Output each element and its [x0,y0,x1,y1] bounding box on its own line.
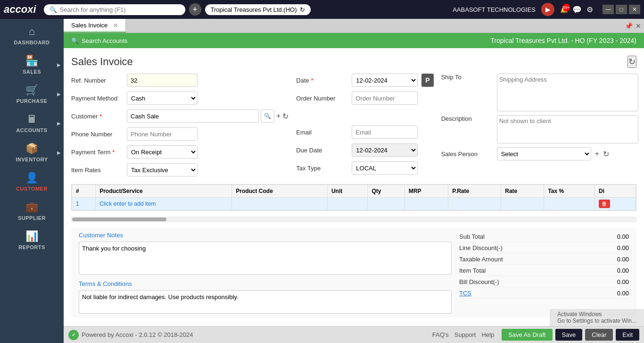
payment-method-select[interactable]: CashCardBank Transfer [127,92,198,105]
close-button[interactable]: ✕ [629,5,640,14]
sidebar-label-sales: SALES [23,69,41,75]
inventory-arrow-icon: ▶ [57,150,61,155]
customer-notes-textarea[interactable]: Thank you for choosing [79,242,452,275]
sidebar-item-purchase[interactable]: 🛒 PURCHASE ▶ [0,79,64,109]
support-link[interactable]: Support [454,331,476,338]
line-discount-label: Line Discount(-) [459,244,503,251]
col-qty: Qty [368,185,405,198]
notes-section: Customer Notes Thank you for choosing Te… [79,232,452,314]
email-label: Email [296,129,348,136]
tcs-label[interactable]: TCS [459,290,471,297]
global-search-input[interactable] [60,6,180,13]
line-discount-row: Line Discount(-) 0.00 [459,243,629,253]
payment-method-row: Payment Method CashCardBank Transfer [71,92,289,105]
status-bar: ✓ Powered by Accoxi - 2.0.12 © 2018-2024… [64,326,644,343]
settings-icon[interactable]: ⚙ [586,5,593,14]
customer-input[interactable] [127,109,259,123]
totals-section: Sub Total 0.00 Line Discount(-) 0.00 Tax… [459,232,629,314]
sidebar-label-customer: CUSTOMER [16,186,48,192]
faq-link[interactable]: FAQ's [432,331,449,338]
phone-number-label: Phone Number [71,131,123,138]
tab-close-icon[interactable]: ✕ [113,22,118,29]
add-row-rate [501,198,544,210]
description-row: Description [441,115,638,143]
search-accounts-label: Search Accounts [82,37,128,44]
minimize-button[interactable]: — [603,5,614,14]
description-label: Description [441,115,493,122]
invoice-table-area: # Product/Service Product Code Unit Qty … [71,184,636,211]
add-new-button[interactable]: + [189,3,201,16]
sidebar-item-accounts[interactable]: 🖩 ACCOUNTS ▶ [0,109,64,138]
customer-search-button[interactable]: 🔍 [261,109,274,123]
exit-button[interactable]: Exit [616,329,639,341]
add-row-delete[interactable]: 🗑 [595,198,636,210]
sidebar-item-customer[interactable]: 👤 CUSTOMER [0,167,64,196]
form-fields-container: Ref. Number Payment Method CashCardBank … [71,74,636,178]
search-icon: 🔍 [50,6,57,13]
ship-to-textarea[interactable] [497,74,638,111]
date-label: Date * [296,77,348,84]
sidebar-item-supplier[interactable]: 💼 SUPPLIER [0,196,64,226]
payment-term-select[interactable]: On ReceiptNet 30Net 60 [127,145,198,159]
p-button[interactable]: P [421,74,433,87]
tax-type-row: Tax Type LOCALINTERSTATE [296,161,433,175]
phone-number-input[interactable] [127,127,198,141]
purchase-arrow-icon: ▶ [57,92,61,97]
ref-number-input[interactable] [127,74,198,87]
top-bar: accoxi 🔍 + Tropical Treasures Pvt Ltd.(H… [0,0,644,19]
save-as-draft-button[interactable]: Save As Draft [502,329,552,341]
maximize-button[interactable]: □ [616,5,627,14]
company-info-label: Tropical Treasures Pvt Ltd. - HO (FY 202… [490,37,636,44]
add-row-product[interactable]: Click enter to add item [96,198,232,210]
order-number-label: Order Number [296,95,348,102]
search-accounts-button[interactable]: 🔍 Search Accounts [71,37,128,44]
sub-total-row: Sub Total 0.00 [459,232,629,242]
company-selector[interactable]: Tropical Treasures Pvt Ltd.(HO) ↻ [205,4,311,15]
chat-icon[interactable]: 💬 [572,5,582,14]
sales-person-add-button[interactable]: + [595,150,599,158]
global-search-bar[interactable]: 🔍 [44,4,185,15]
horizontal-scrollbar[interactable] [71,217,636,222]
sidebar-item-dashboard[interactable]: ⌂ DASHBOARD [0,21,64,50]
item-rates-select[interactable]: Tax ExclusiveTax Inclusive [127,163,198,176]
sales-person-select[interactable]: Select [497,147,591,160]
date-select[interactable]: 12-02-2024 [352,74,418,87]
reports-icon: 📊 [25,230,38,243]
description-textarea[interactable] [497,115,638,143]
scrollbar-thumb[interactable] [72,218,166,221]
tab-close-all-button[interactable]: ✕ [636,22,641,30]
sidebar-item-sales[interactable]: 🏪 SALES ▶ [0,50,64,79]
order-number-row: Order Number [296,92,433,105]
sidebar-item-inventory[interactable]: 📦 INVENTORY ▶ [0,138,64,167]
bill-discount-label: Bill Discount(-) [459,278,499,285]
email-input[interactable] [352,125,418,139]
customer-refresh-button[interactable]: ↻ [282,112,289,121]
top-icons-group: 🔔99+ 💬 ⚙ [560,5,593,14]
form-refresh-button[interactable]: ↻ [627,56,636,68]
due-date-select[interactable]: 12-02-2024 [352,143,418,157]
inventory-icon: 📦 [25,142,38,155]
refresh-company-icon[interactable]: ↻ [300,6,305,13]
help-link[interactable]: Help [481,331,494,338]
add-row-code [232,198,328,210]
sales-person-refresh-button[interactable]: ↻ [603,150,609,159]
save-button[interactable]: Save [555,329,583,341]
user-avatar[interactable]: ▶ [541,3,554,16]
col-unit: Unit [327,185,367,198]
tab-sales-invoice[interactable]: Sales Invoice ✕ [64,19,126,33]
col-tax-percent: Tax % [544,185,595,198]
customer-add-button[interactable]: + [276,112,281,120]
table-add-row[interactable]: 1 Click enter to add item 🗑 [72,198,636,210]
payment-term-row: Payment Term * On ReceiptNet 30Net 60 [71,145,289,159]
tab-pin-button[interactable]: 📌 [625,22,633,30]
notification-bell[interactable]: 🔔99+ [560,6,568,13]
row-delete-button[interactable]: 🗑 [599,200,610,208]
tax-type-select[interactable]: LOCALINTERSTATE [352,161,418,175]
clear-button[interactable]: Clear [585,329,613,341]
col-mrp: MRP [405,185,448,198]
payment-term-label: Payment Term * [71,149,123,156]
order-number-input[interactable] [352,92,418,105]
taxable-amount-label: Taxable Amount [459,256,503,263]
terms-textarea[interactable]: Not liable for indirect damages. Use pro… [79,290,452,314]
sidebar-item-reports[interactable]: 📊 REPORTS [0,226,64,255]
